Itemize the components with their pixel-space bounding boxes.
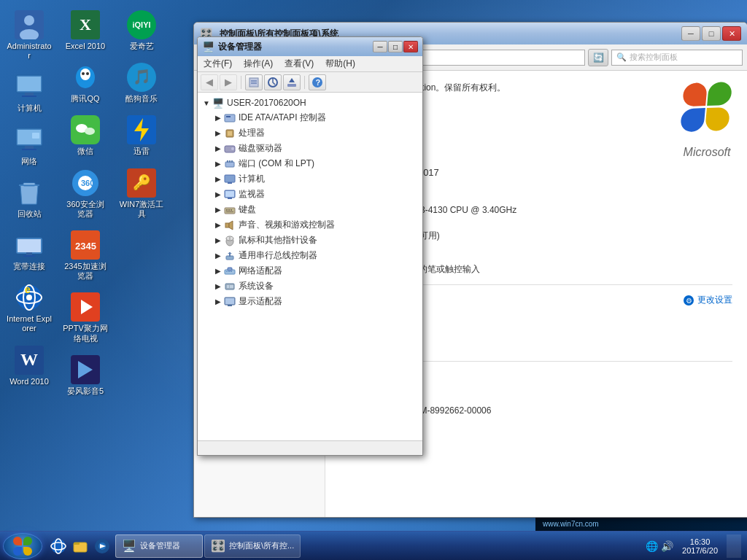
icon-recycle[interactable]: 回收站: [4, 175, 55, 222]
icon-ie[interactable]: e Internet Explorer: [4, 280, 55, 336]
devmgr-maximize[interactable]: □: [388, 41, 403, 52]
svg-rect-10: [22, 149, 36, 150]
tree-node-keyboard[interactable]: ▶ 键盘: [209, 202, 422, 217]
svg-rect-74: [226, 211, 233, 212]
menu-file[interactable]: 文件(F): [198, 56, 238, 71]
tree-monitor-expand[interactable]: ▶: [212, 189, 224, 201]
quicklaunch-explorer[interactable]: [70, 536, 90, 556]
svg-text:2345: 2345: [75, 241, 96, 252]
icon-admin[interactable]: Administrator: [4, 7, 55, 63]
tree-net-expand[interactable]: ▶: [212, 265, 224, 277]
icon-xunfeng[interactable]: 晏风影音5: [60, 352, 111, 399]
tree-sound-expand[interactable]: ▶: [212, 219, 224, 231]
svg-rect-85: [228, 271, 230, 272]
icon-iqiyi[interactable]: iQIYI 爱奇艺: [116, 7, 167, 54]
toolbar-help[interactable]: ?: [309, 74, 326, 90]
svg-rect-58: [228, 131, 232, 136]
close-button[interactable]: ✕: [722, 26, 741, 41]
toolbar-forward[interactable]: ▶: [220, 74, 237, 90]
devmgr-titlebar[interactable]: 🖥️ 设备管理器 ─ □ ✕: [198, 37, 422, 56]
search-bar[interactable]: 🔍 搜索控制面板: [611, 50, 743, 66]
tree-ide-expand[interactable]: ▶: [212, 112, 224, 124]
icon-2345[interactable]: 2345 2345加速浏览器: [60, 228, 111, 284]
tree-port-expand[interactable]: ▶: [212, 158, 224, 170]
toolbar-properties[interactable]: [245, 74, 263, 90]
tree-usb-expand[interactable]: ▶: [212, 250, 224, 262]
menu-view[interactable]: 查看(V): [279, 56, 320, 71]
icon-xunlei[interactable]: 迅雷: [116, 112, 167, 159]
svg-rect-11: [32, 133, 39, 139]
tree-cpu-expand[interactable]: ▶: [212, 128, 224, 139]
tree-node-ide[interactable]: ▶ IDE ATA/ATAPI 控制器: [209, 110, 422, 125]
taskbar-devmgr[interactable]: 🖥️ 设备管理器: [115, 534, 203, 558]
desktop: Administrator 计算机: [0, 0, 747, 560]
tree-root-node[interactable]: ▼ 🖥️ USER-20170620OH: [198, 96, 422, 110]
devmgr-close[interactable]: ✕: [403, 41, 418, 52]
icon-weixin[interactable]: 微信: [60, 112, 111, 159]
tree-node-sound[interactable]: ▶ 声音、视频和游戏控制器: [209, 217, 422, 233]
tree-root-expand[interactable]: ▼: [201, 97, 212, 109]
tree-display-expand[interactable]: ▶: [212, 296, 224, 308]
devmgr-title-icon: 🖥️: [202, 41, 214, 52]
icon-qq[interactable]: 腾讯QQ: [60, 60, 111, 106]
system-tray: 🌐 🔊 16:30 2017/6/20: [646, 534, 741, 558]
maximize-button[interactable]: □: [702, 26, 721, 41]
tree-node-monitor[interactable]: ▶ 监视器: [209, 187, 422, 202]
svg-point-26: [86, 72, 89, 75]
tree-net-label: 网络适配器: [239, 265, 282, 277]
tree-node-display[interactable]: ▶ 显示适配器: [209, 294, 422, 309]
toolbar-scan[interactable]: [264, 74, 282, 90]
tray-network-icon[interactable]: 🌐: [646, 540, 658, 552]
devmgr-window-controls: ─ □ ✕: [373, 41, 418, 52]
quicklaunch-media[interactable]: [92, 536, 112, 556]
taskbar-cp[interactable]: 🎛️ 控制面板\所有控...: [204, 534, 301, 558]
tray-sound-icon[interactable]: 🔊: [661, 540, 673, 552]
icon-word[interactable]: W Word 2010: [4, 343, 55, 389]
taskbar-clock[interactable]: 16:30 2017/6/20: [676, 537, 724, 555]
quicklaunch-ie[interactable]: [48, 536, 69, 556]
tree-node-cpu[interactable]: ▶ 处理器: [209, 125, 422, 141]
icon-pptv[interactable]: PPTV聚力网络电视: [60, 289, 111, 346]
tree-disk-expand[interactable]: ▶: [212, 143, 224, 155]
svg-rect-64: [231, 160, 233, 163]
minimize-button[interactable]: ─: [681, 26, 700, 41]
show-desktop-button[interactable]: [727, 534, 741, 558]
menu-help[interactable]: 帮助(H): [320, 56, 361, 71]
svg-rect-90: [230, 285, 233, 288]
svg-point-29: [85, 128, 95, 135]
svg-rect-15: [18, 239, 41, 252]
start-button[interactable]: [3, 533, 42, 559]
devmgr-tree[interactable]: ▼ 🖥️ USER-20170620OH ▶ IDE ATA/ATAPI 控制器: [198, 93, 422, 440]
menu-action[interactable]: 操作(A): [238, 56, 279, 71]
tree-node-usb[interactable]: ▶ 通用串行总线控制器: [209, 248, 422, 263]
svg-rect-5: [25, 93, 34, 96]
tree-node-mouse[interactable]: ▶ 鼠标和其他指针设备: [209, 233, 422, 248]
tree-sysdev-expand[interactable]: ▶: [212, 281, 224, 292]
tree-keyboard-expand[interactable]: ▶: [212, 204, 224, 216]
tree-mouse-expand[interactable]: ▶: [212, 235, 224, 246]
toolbar-back[interactable]: ◀: [201, 74, 218, 90]
devmgr-minimize[interactable]: ─: [373, 41, 387, 52]
svg-rect-66: [228, 182, 232, 184]
icon-excel[interactable]: X Excel 2010: [60, 7, 111, 54]
change-settings-button[interactable]: ⚙ 更改设置: [683, 294, 732, 306]
tree-node-sysdev[interactable]: ▶ 系统设备: [209, 279, 422, 294]
icon-computer[interactable]: 计算机: [4, 69, 55, 116]
icon-network[interactable]: 网络: [4, 122, 55, 169]
tree-node-net[interactable]: ▶ 网络适配器: [209, 263, 422, 279]
svg-rect-9: [25, 146, 34, 149]
tree-node-pc[interactable]: ▶ 计算机: [209, 171, 422, 187]
toolbar-update-driver[interactable]: [283, 74, 301, 90]
refresh-button[interactable]: 🔄: [588, 49, 608, 66]
icon-broadband[interactable]: 宽带连接: [4, 228, 55, 274]
icon-win7tool[interactable]: 🔑 WIN7激活工具: [116, 166, 167, 222]
tree-node-disk[interactable]: ▶ 磁盘驱动器: [209, 141, 422, 156]
tree-root-icon: 🖥️: [212, 97, 224, 109]
icon-360[interactable]: 360 360安全浏览器: [60, 166, 111, 222]
svg-point-60: [231, 147, 234, 150]
tree-disk-label: 磁盘驱动器: [239, 142, 282, 155]
taskbar-devmgr-label: 设备管理器: [140, 540, 180, 551]
tree-pc-expand[interactable]: ▶: [212, 174, 224, 185]
icon-kugo[interactable]: 🎵 酷狗音乐: [116, 60, 167, 106]
tree-node-port[interactable]: ▶ 端口 (COM 和 LPT): [209, 156, 422, 171]
